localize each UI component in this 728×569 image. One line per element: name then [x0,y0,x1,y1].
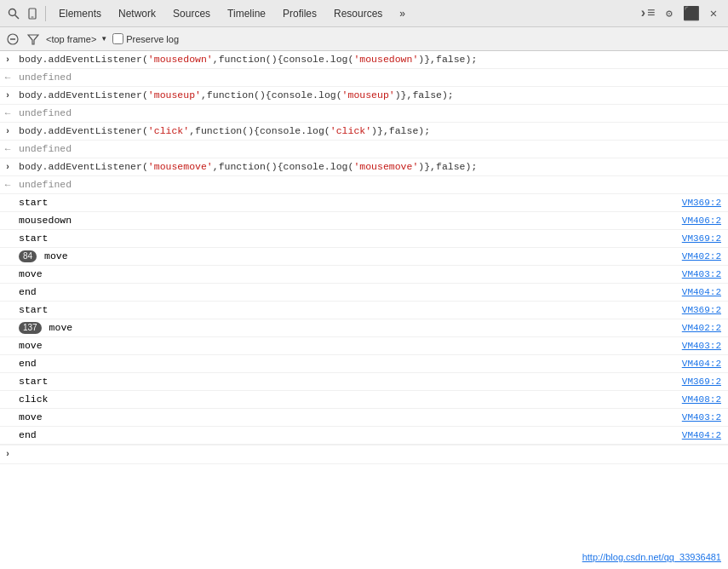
line-source[interactable]: VM406:2 [660,214,728,227]
frame-chevron: ▼ [100,35,107,43]
console-line: mousedown VM406:2 [0,212,728,230]
line-text: undefined [15,141,660,157]
line-arrow [0,240,15,241]
line-source[interactable]: VM408:2 [660,393,728,406]
nav-tabs: Elements Network Sources Timeline Profil… [50,0,636,27]
line-source[interactable]: VM402:2 [660,250,728,263]
line-source[interactable]: VM369:2 [660,375,728,388]
line-text: start [15,302,660,318]
repeat-badge: 137 [19,322,42,334]
line-text: start [15,231,660,246]
close-icon[interactable]: ✕ [704,4,723,23]
line-text: body.addEventListener('mouseup',function… [15,88,660,103]
console-line: start VM369:2 [0,194,728,212]
console-line: ← undefined [0,176,728,194]
line-text: move [15,410,660,425]
console-line: move VM403:2 [0,337,728,355]
line-text: undefined [15,70,660,85]
tab-more[interactable]: » [391,0,414,27]
console-line: ← undefined [0,69,728,87]
svg-marker-6 [28,35,38,44]
tab-network[interactable]: Network [110,0,164,27]
line-source[interactable]: VM404:2 [660,428,728,442]
console-toggle-icon[interactable]: ›≡ [638,4,656,23]
preserve-log-checkbox[interactable] [112,33,123,44]
dock-icon[interactable]: ⬛ [682,4,701,23]
line-text: undefined [15,177,660,193]
console-line: › body.addEventListener('mouseup',functi… [0,87,728,105]
line-source[interactable]: VM369:2 [660,196,728,210]
line-text: body.addEventListener('click',function()… [15,124,660,139]
svg-line-1 [15,14,20,19]
svg-rect-3 [32,16,34,17]
line-text: undefined [15,106,660,121]
tab-resources[interactable]: Resources [325,0,391,27]
line-arrow: › [0,89,15,103]
line-text: end [15,356,660,371]
console-line: click VM408:2 [0,391,728,409]
line-arrow: ← [0,141,15,156]
line-arrow: ← [0,70,15,84]
line-text: click [15,392,660,407]
tab-sources[interactable]: Sources [164,0,219,27]
filter-icon[interactable] [26,32,41,47]
line-arrow [0,276,15,277]
line-source[interactable]: VM403:2 [660,411,728,424]
console-line: › body.addEventListener('mousedown',func… [0,51,728,69]
tab-profiles[interactable]: Profiles [274,0,325,27]
line-source[interactable]: VM369:2 [660,232,728,245]
separator [45,6,46,21]
console-line: end VM404:2 [0,284,728,302]
console-line: end VM404:2 [0,427,728,445]
line-arrow [0,258,15,259]
frame-label: <top frame> [46,34,96,44]
line-arrow [0,401,15,402]
clear-icon[interactable] [5,32,20,47]
preserve-log-label: Preserve log [126,34,179,44]
line-arrow: ← [0,106,15,120]
mobile-icon[interactable] [24,5,41,22]
preserve-log-container[interactable]: Preserve log [112,33,179,44]
line-arrow [0,383,15,384]
search-icon[interactable] [5,5,22,22]
line-arrow [0,419,15,420]
console-content: › body.addEventListener('mousedown',func… [0,51,728,569]
line-source[interactable]: VM402:2 [660,321,728,335]
line-arrow [0,365,15,366]
settings-icon[interactable]: ⚙ [660,4,679,23]
line-arrow [0,204,15,205]
line-source[interactable]: VM404:2 [660,285,728,299]
line-arrow [0,348,15,348]
line-source[interactable]: VM404:2 [660,357,728,371]
console-input-line: › [0,445,728,464]
console-line: start VM369:2 [0,373,728,391]
line-text: body.addEventListener('mousedown',functi… [15,52,660,67]
console-line: 84 move VM402:2 [0,248,728,266]
console-line: › body.addEventListener('mousemove',func… [0,158,728,176]
console-line: › body.addEventListener('click',function… [0,123,728,141]
line-text: move [15,338,660,353]
line-arrow [0,294,15,295]
line-text: start [15,374,660,389]
console-line: start VM369:2 [0,230,728,248]
line-source[interactable]: VM369:2 [660,303,728,317]
frame-selector[interactable]: <top frame> ▼ [46,34,107,44]
line-source[interactable]: VM403:2 [660,339,728,353]
line-arrow [0,330,15,330]
tab-elements[interactable]: Elements [50,0,110,27]
line-text: start [15,195,660,210]
console-line: move VM403:2 [0,266,728,284]
line-arrow: › [0,124,15,139]
tab-timeline[interactable]: Timeline [219,0,274,27]
line-text: end [15,428,660,443]
console-input[interactable] [15,448,728,461]
watermark[interactable]: http://blog.csdn.net/qq_33936481 [582,552,721,562]
console-line: ← undefined [0,105,728,123]
line-source[interactable]: VM403:2 [660,267,728,281]
toolbar-right: ›≡ ⚙ ⬛ ✕ [638,4,723,23]
line-arrow [0,222,15,223]
line-text: 84 move [15,249,660,264]
line-text: end [15,284,660,300]
console-line: 137 move VM402:2 [0,319,728,337]
console-line: ← undefined [0,141,728,158]
